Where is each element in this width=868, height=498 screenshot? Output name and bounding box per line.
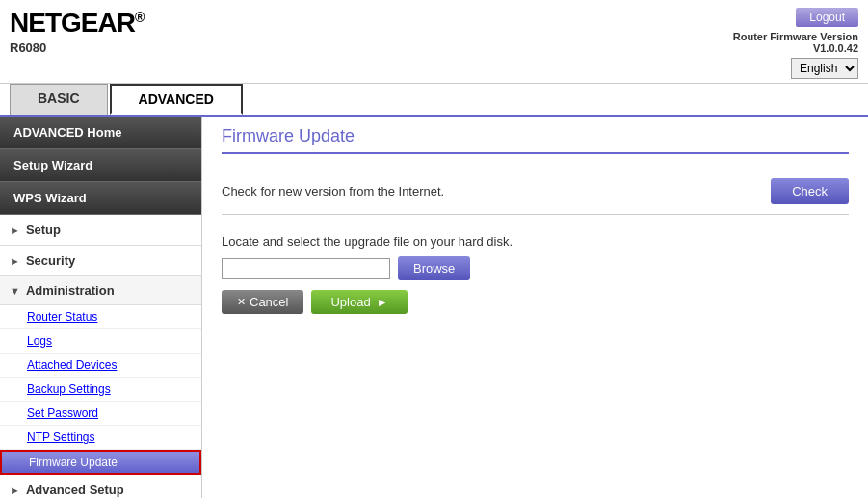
sidebar-link-attached-devices[interactable]: Attached Devices [0, 354, 201, 378]
sidebar-link-logs[interactable]: Logs [0, 329, 201, 354]
check-button[interactable]: Check [771, 178, 849, 204]
sidebar-section-security[interactable]: ► Security [0, 246, 201, 276]
model-number: R6080 [10, 40, 144, 55]
cancel-label: Cancel [250, 295, 288, 309]
chevron-right-icon: ► [10, 224, 20, 236]
sidebar-section-admin-label: Administration [26, 283, 115, 298]
registered-mark: ® [135, 10, 144, 25]
main-layout: ADVANCED Home Setup Wizard WPS Wizard ► … [0, 117, 868, 498]
page-title: Firmware Update [222, 117, 849, 154]
sidebar: ADVANCED Home Setup Wizard WPS Wizard ► … [0, 117, 202, 498]
sidebar-advanced-home[interactable]: ADVANCED Home [0, 117, 201, 149]
tab-basic[interactable]: BASIC [10, 84, 108, 115]
file-input[interactable] [222, 258, 390, 279]
language-selector-wrap: English [791, 58, 858, 79]
sidebar-section-security-label: Security [26, 253, 75, 268]
firmware-version: Router Firmware Version V1.0.0.42 [733, 31, 858, 54]
sidebar-setup-wizard[interactable]: Setup Wizard [0, 149, 201, 182]
x-icon: ✕ [237, 296, 246, 308]
browse-button[interactable]: Browse [398, 256, 470, 280]
sidebar-link-router-status[interactable]: Router Status [0, 305, 201, 329]
sidebar-wps-wizard[interactable]: WPS Wizard [0, 182, 201, 215]
check-row: Check for new version from the Internet.… [222, 169, 849, 215]
logo-wordmark: NETGEAR [10, 8, 135, 38]
sidebar-section-setup-label: Setup [26, 223, 61, 237]
arrow-right-icon: ► [377, 296, 388, 309]
upload-label: Locate and select the upgrade file on yo… [222, 234, 849, 249]
language-select[interactable]: English [791, 58, 858, 79]
sidebar-link-ntp-settings[interactable]: NTP Settings [0, 426, 201, 450]
check-internet-label: Check for new version from the Internet. [222, 184, 444, 198]
file-row: Browse [222, 256, 849, 280]
chevron-right-icon: ► [10, 255, 20, 267]
upload-button[interactable]: Upload ► [311, 290, 407, 314]
sidebar-link-set-password[interactable]: Set Password [0, 402, 201, 426]
chevron-right-icon: ► [10, 485, 20, 496]
header: NETGEAR® R6080 Logout Router Firmware Ve… [0, 0, 868, 84]
cancel-button[interactable]: ✕ Cancel [222, 290, 303, 314]
chevron-down-icon: ▼ [10, 285, 20, 297]
content-area: Firmware Update Check for new version fr… [202, 117, 868, 498]
action-row: ✕ Cancel Upload ► [222, 290, 849, 314]
logo: NETGEAR® [10, 8, 144, 39]
sidebar-section-advanced-setup-label: Advanced Setup [26, 483, 124, 497]
logout-button[interactable]: Logout [796, 8, 858, 27]
sidebar-link-firmware-update[interactable]: Firmware Update [0, 450, 201, 475]
tab-advanced[interactable]: ADVANCED [110, 84, 243, 115]
logo-area: NETGEAR® R6080 [10, 8, 144, 55]
sidebar-section-setup[interactable]: ► Setup [0, 215, 201, 246]
upload-section: Locate and select the upgrade file on yo… [222, 229, 849, 314]
sidebar-section-administration[interactable]: ▼ Administration [0, 276, 201, 305]
header-right: Logout Router Firmware Version V1.0.0.42… [733, 8, 858, 79]
tab-bar: BASIC ADVANCED [0, 84, 868, 117]
upload-label-text: Upload [330, 295, 370, 309]
sidebar-link-backup-settings[interactable]: Backup Settings [0, 378, 201, 402]
sidebar-section-advanced-setup[interactable]: ► Advanced Setup [0, 475, 201, 498]
